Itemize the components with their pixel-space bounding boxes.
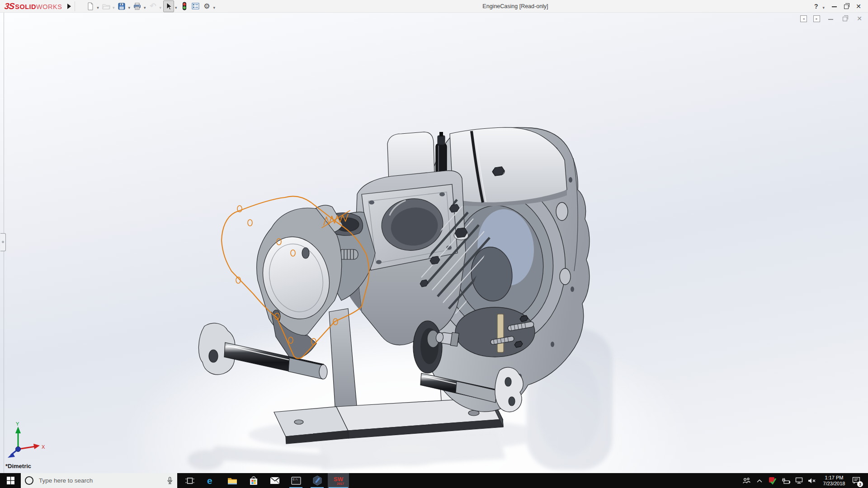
undo-dropdown-caret[interactable]: ▾ [159, 6, 161, 9]
document-title: EngineCasing [Read-only] [217, 3, 814, 9]
logo-monogram: 3S [4, 1, 15, 11]
next-window-icon[interactable]: ▸ [813, 15, 820, 22]
taskbar-app-file-explorer[interactable] [222, 473, 243, 488]
new-document-icon [86, 2, 95, 11]
hexagon-app-icon [312, 475, 322, 486]
microphone-icon[interactable] [166, 477, 173, 484]
document-close-button[interactable]: ✕ [855, 14, 863, 23]
microsoft-store-icon [249, 476, 258, 486]
y-axis-label: Y [16, 421, 19, 427]
taskbar-app-task-view[interactable] [179, 473, 200, 488]
edge-icon: e [206, 475, 216, 486]
x-axis-arrow-icon [33, 444, 40, 449]
help-button[interactable]: ? [814, 3, 818, 10]
print-dropdown-caret[interactable]: ▾ [144, 6, 146, 9]
command-prompt-icon: C:\ [291, 477, 301, 485]
titlebar-left: 3S SOLID WORKS ▾ ▾ ▾ [0, 0, 217, 12]
svg-text:C:\: C:\ [292, 478, 297, 481]
power-battery-icon[interactable] [781, 473, 791, 488]
taskbar-app-edge[interactable]: e [200, 473, 222, 488]
help-dropdown-caret[interactable]: ▾ [822, 6, 825, 9]
open-button[interactable] [101, 0, 112, 12]
print-button[interactable] [132, 0, 143, 12]
taskbar-search[interactable] [21, 473, 177, 488]
solidworks-2017-icon: SW 2017 [333, 475, 344, 487]
select-cursor-icon [164, 2, 173, 11]
taskbar-app-command-prompt[interactable]: C:\ [285, 473, 307, 488]
people-icon[interactable] [741, 473, 751, 488]
logo-brand-light: WORKS [36, 3, 62, 10]
mail-icon [270, 477, 280, 484]
document-window-controls: ◂ ▸ ✕ [800, 14, 863, 23]
model-left-cover[interactable] [255, 205, 375, 359]
orientation-triad: Y X [3, 421, 57, 463]
clock-time: 1:17 PM [820, 475, 848, 481]
document-restore-button[interactable] [841, 14, 849, 23]
undo-button[interactable]: ↶ [147, 0, 158, 12]
titlebar: 3S SOLID WORKS ▾ ▾ ▾ [0, 0, 868, 13]
taskbar-app-hexagon[interactable] [307, 473, 328, 488]
svg-text:e: e [207, 475, 212, 486]
quick-toolbar: ▾ ▾ ▾ ▾ ↶ ▾ [85, 0, 217, 12]
print-icon [133, 2, 142, 11]
undo-icon: ↶ [148, 2, 157, 11]
traffic-light-icon [180, 2, 189, 11]
clock-date: 7/23/2018 [820, 481, 848, 487]
minimize-button[interactable] [830, 2, 838, 10]
windows-logo-icon [7, 477, 14, 484]
new-dropdown-caret[interactable]: ▾ [97, 6, 99, 9]
view-orientation-label: *Dimetric [5, 463, 31, 469]
search-input[interactable] [38, 477, 166, 484]
taskbar-clock[interactable]: 1:17 PM 7/23/2018 [820, 475, 848, 487]
taskbar-apps: e [179, 473, 349, 488]
save-floppy-icon [117, 2, 126, 11]
triad-origin [16, 447, 21, 452]
save-dropdown-caret[interactable]: ▾ [128, 6, 130, 9]
open-dropdown-caret[interactable]: ▾ [113, 6, 115, 9]
logo-brand-bold: SOLID [15, 3, 36, 10]
options-button[interactable]: ⚙ [202, 0, 212, 12]
solidworks-monitor-icon[interactable] [768, 473, 778, 488]
open-folder-icon [102, 2, 111, 11]
x-axis-label: X [42, 444, 45, 450]
engine-casing-model[interactable] [0, 13, 868, 473]
select-dropdown-caret[interactable]: ▾ [175, 6, 177, 9]
previous-window-icon[interactable]: ◂ [800, 15, 807, 22]
cortana-icon [25, 476, 33, 485]
display-pane-icon [191, 2, 200, 11]
system-tray: 1:17 PM 7/23/2018 3 [741, 473, 868, 488]
task-view-icon [185, 477, 194, 484]
z-axis-arrow-icon [8, 453, 15, 458]
close-button[interactable]: ✕ [854, 2, 863, 10]
titlebar-controls: ? ▾ ✕ [814, 2, 868, 10]
new-document-button[interactable] [85, 0, 96, 12]
svg-text:2017: 2017 [337, 482, 344, 485]
taskbar-app-mail[interactable] [264, 473, 285, 488]
options-dropdown-caret[interactable]: ▾ [213, 6, 216, 9]
menu-expand-arrow-icon[interactable] [67, 4, 71, 9]
featuremanager-splitter-handle[interactable] [0, 233, 6, 251]
taskbar-app-solidworks[interactable]: SW 2017 [328, 473, 349, 488]
y-axis-arrow-icon [15, 427, 21, 433]
action-center-button[interactable]: 3 [851, 473, 861, 488]
tray-chevron-up-icon[interactable] [755, 473, 764, 488]
file-explorer-icon [227, 477, 237, 485]
start-button[interactable] [0, 473, 21, 488]
restore-button[interactable] [842, 2, 850, 10]
rebuild-lights-button[interactable] [179, 0, 190, 12]
taskbar-app-store[interactable] [243, 473, 264, 488]
network-icon[interactable] [794, 473, 804, 488]
select-button[interactable] [163, 0, 174, 12]
solidworks-logo: 3S SOLID WORKS [0, 1, 65, 11]
toolbar-separator [75, 1, 75, 11]
save-button[interactable] [116, 0, 127, 12]
graphics-viewport[interactable]: ◂ ▸ ✕ [0, 13, 868, 473]
svg-text:SW: SW [334, 476, 344, 483]
notification-badge: 3 [857, 481, 863, 487]
volume-muted-icon[interactable] [807, 473, 817, 488]
document-minimize-button[interactable] [826, 14, 835, 23]
taskbar: e [0, 473, 868, 488]
screen: { "titlebar": { "logo": {"monogram": "3S… [0, 0, 868, 488]
gear-icon: ⚙ [203, 2, 212, 11]
display-pane-button[interactable] [190, 0, 201, 12]
